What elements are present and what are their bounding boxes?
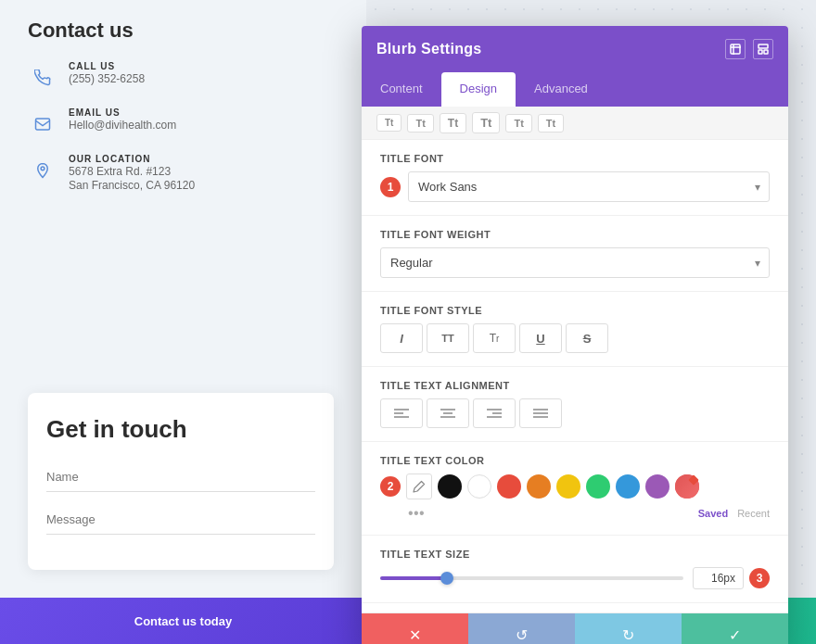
align-right-btn[interactable] <box>473 398 516 428</box>
message-input[interactable] <box>46 505 315 535</box>
save-button[interactable]: ✓ <box>682 613 788 644</box>
align-left-btn[interactable] <box>380 398 423 428</box>
heading-tt4-btn[interactable]: Tt <box>472 112 500 133</box>
blurb-settings-modal: Blurb Settings Content Design Advanced T… <box>362 26 788 644</box>
cancel-icon: ✕ <box>409 626 421 644</box>
title-text-alignment-label: Title Text Alignment <box>380 380 770 391</box>
title-text-size-value-wrapper: 3 <box>693 567 770 589</box>
contact-location-text: OUR LOCATION 5678 Extra Rd. #123 San Fra… <box>69 154 195 192</box>
font-heading-bar: Tt Tt Tt Tt Tt Tt <box>362 107 788 140</box>
redo-button[interactable]: ↻ <box>575 613 682 644</box>
phone-icon <box>28 63 57 93</box>
heading-tt2-btn[interactable]: Tt <box>407 114 433 133</box>
title-text-size-fill <box>380 576 447 580</box>
title-font-weight-label: Title Font Weight <box>380 229 770 240</box>
color-swatch-green[interactable] <box>586 474 610 499</box>
modal-header: Blurb Settings <box>362 26 788 72</box>
contact-phone-item: CALL US (255) 352-6258 <box>28 61 338 93</box>
modal-tabs: Content Design Advanced <box>362 72 788 107</box>
color-swatch-yellow[interactable] <box>556 474 580 499</box>
color-row: 2 <box>380 474 770 499</box>
location-value1: 5678 Extra Rd. #123 <box>69 165 195 178</box>
align-buttons <box>380 398 770 428</box>
email-value: Hello@divihealth.com <box>69 119 176 132</box>
title-font-style-section: Title Font Style I TT Tr U S <box>362 292 788 367</box>
name-input[interactable] <box>46 462 315 492</box>
capitalize-tr-btn[interactable]: Tr <box>473 323 516 353</box>
modal-layout-icon[interactable] <box>753 39 773 59</box>
title-font-label: Title Font <box>380 153 770 164</box>
title-font-section: Title Font 1 Work Sans Open Sans Roboto … <box>362 140 788 216</box>
title-text-color-label: Title Text Color <box>380 455 770 466</box>
tab-content[interactable]: Content <box>362 72 441 107</box>
contact-phone-text: CALL US (255) 352-6258 <box>69 61 145 85</box>
heading-tt1-btn[interactable]: Tt <box>376 114 402 132</box>
uppercase-tt-btn[interactable]: TT <box>427 323 469 353</box>
svg-point-1 <box>41 167 45 170</box>
cancel-button[interactable]: ✕ <box>362 613 468 644</box>
modal-title: Blurb Settings <box>376 41 482 57</box>
get-in-touch-title: Get in touch <box>46 415 315 444</box>
style-buttons: I TT Tr U S <box>380 323 770 353</box>
save-icon: ✓ <box>729 626 741 644</box>
contact-left-panel: Contact us CALL US (255) 352-6258 EMAIL … <box>0 0 366 644</box>
contact-cta-text: Contact us today <box>134 614 232 628</box>
tab-advanced[interactable]: Advanced <box>516 72 606 107</box>
modal-footer: ✕ ↺ ↻ ✓ <box>362 612 788 644</box>
heading-tt3-btn[interactable]: Tt <box>440 113 466 133</box>
phone-value: (255) 352-6258 <box>69 72 145 85</box>
saved-label[interactable]: Saved <box>698 508 728 519</box>
color-row-bottom: • • • Saved Recent <box>380 505 770 522</box>
modal-body: Title Font 1 Work Sans Open Sans Roboto … <box>362 140 788 612</box>
modal-header-icons <box>725 39 773 59</box>
svg-rect-6 <box>764 50 768 54</box>
color-swatch-orange[interactable] <box>527 474 551 499</box>
title-text-size-section: Title Text Size 3 <box>362 536 788 603</box>
modal-expand-icon[interactable] <box>725 39 746 59</box>
title-font-weight-wrapper: Regular Bold Light Medium ▾ <box>380 247 770 278</box>
more-colors-btn[interactable]: • • • <box>408 505 423 522</box>
color-swatch-black[interactable] <box>438 474 462 499</box>
location-icon <box>28 156 57 185</box>
step-badge-3: 3 <box>749 568 770 588</box>
heading-tt6-btn[interactable]: Tt <box>538 114 564 133</box>
color-swatch-red[interactable] <box>497 474 521 499</box>
title-font-weight-select[interactable]: Regular Bold Light Medium <box>380 247 770 278</box>
contact-email-text: EMAIL US Hello@divihealth.com <box>69 107 176 132</box>
align-center-btn[interactable] <box>427 398 469 428</box>
strikethrough-btn[interactable]: S <box>566 323 608 353</box>
title-letter-spacing-section: Title Letter Spacing 4 <box>362 603 788 612</box>
redo-icon: ↻ <box>622 626 634 644</box>
title-font-select[interactable]: Work Sans Open Sans Roboto Lato <box>408 171 770 202</box>
svg-rect-0 <box>36 119 50 130</box>
phone-label: CALL US <box>69 61 145 71</box>
reset-icon: ↺ <box>516 626 528 644</box>
svg-rect-3 <box>731 44 740 54</box>
color-swatch-purple[interactable] <box>645 474 669 499</box>
color-picker-btn[interactable] <box>406 474 432 499</box>
location-label: OUR LOCATION <box>69 154 195 164</box>
title-text-size-track <box>380 576 683 580</box>
title-text-color-section: Title Text Color 2 <box>362 442 788 536</box>
heading-tt5-btn[interactable]: Tt <box>505 114 531 133</box>
title-font-select-wrapper: 1 Work Sans Open Sans Roboto Lato ▾ <box>380 171 770 202</box>
step-badge-2: 2 <box>380 476 401 497</box>
color-swatch-white[interactable] <box>467 474 491 499</box>
contact-cta-bar[interactable]: Contact us today <box>0 598 366 644</box>
color-swatch-blue[interactable] <box>616 474 640 499</box>
align-justify-btn[interactable] <box>519 398 562 428</box>
svg-rect-5 <box>759 50 762 54</box>
title-text-size-thumb[interactable] <box>440 572 453 585</box>
underline-btn[interactable]: U <box>519 323 562 353</box>
title-font-style-label: Title Font Style <box>380 305 770 316</box>
contact-email-item: EMAIL US Hello@divihealth.com <box>28 107 338 139</box>
recent-label[interactable]: Recent <box>737 508 770 519</box>
title-text-size-input[interactable] <box>693 567 744 589</box>
italic-btn[interactable]: I <box>380 323 423 353</box>
color-swatch-coral[interactable] <box>675 474 699 499</box>
tab-design[interactable]: Design <box>441 72 516 107</box>
title-text-size-label: Title Text Size <box>380 549 770 560</box>
saved-recent-row: Saved Recent <box>698 508 770 519</box>
email-icon <box>28 109 57 139</box>
reset-button[interactable]: ↺ <box>468 613 575 644</box>
